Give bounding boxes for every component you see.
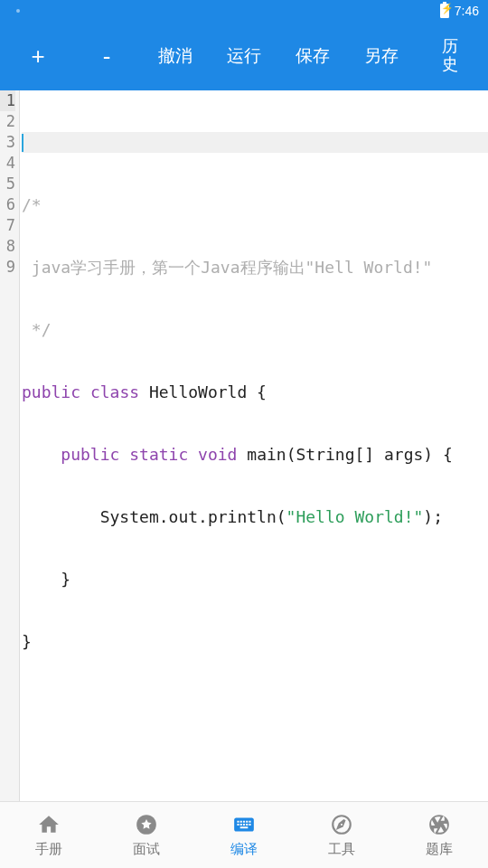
history-button[interactable]: 历 史 (416, 29, 484, 83)
code-line: System.out.println("Hello World!"); (22, 506, 488, 527)
line-number: 8 (0, 236, 15, 257)
code-line: public static void main(String[] args) { (22, 444, 488, 465)
line-number: 4 (0, 153, 15, 174)
line-number: 1 (0, 90, 15, 111)
line-gutter: 1 2 3 4 5 6 7 8 9 (0, 90, 20, 801)
line-number: 6 (0, 194, 15, 215)
nav-label: 工具 (328, 841, 355, 858)
status-bar: 7:46 (0, 0, 488, 22)
status-dot (16, 9, 20, 13)
nav-tools[interactable]: 工具 (293, 802, 390, 868)
toolbar: + - 撤消 运行 保存 另存 历 史 (0, 22, 488, 90)
line-number: 3 (0, 132, 15, 153)
nav-manual[interactable]: 手册 (0, 802, 98, 868)
status-time: 7:46 (455, 4, 479, 18)
nav-label: 题库 (426, 841, 453, 858)
font-decrease-button[interactable]: - (72, 33, 141, 80)
nav-interview[interactable]: 面试 (98, 802, 195, 868)
font-increase-button[interactable]: + (4, 33, 72, 80)
home-icon (36, 812, 61, 837)
bottom-nav: 手册 面试 编译 工具 题库 (0, 801, 488, 868)
nav-compile[interactable]: 编译 (195, 802, 293, 868)
compass-icon (329, 812, 354, 837)
line-number: 7 (0, 215, 15, 236)
code-line: java学习手册，第一个Java程序输出"Hell World!" (22, 257, 488, 278)
code-line: } (22, 569, 488, 590)
code-line: public class HelloWorld { (22, 382, 488, 402)
line-number: 5 (0, 174, 15, 194)
nav-questions[interactable]: 题库 (390, 802, 488, 868)
run-button[interactable]: 运行 (210, 35, 278, 77)
code-line: /* (22, 194, 488, 215)
line-number: 9 (0, 257, 15, 278)
save-button[interactable]: 保存 (278, 35, 347, 77)
code-content[interactable]: /* java学习手册，第一个Java程序输出"Hell World!" */ … (20, 90, 488, 801)
keyboard-icon (231, 812, 257, 837)
nav-label: 面试 (133, 841, 160, 858)
nav-label: 手册 (35, 841, 62, 858)
aperture-icon (427, 812, 452, 837)
line-number: 2 (0, 111, 15, 132)
star-icon (134, 812, 159, 837)
battery-charging-icon (440, 4, 449, 18)
code-line: */ (22, 319, 488, 340)
text-cursor (22, 134, 23, 152)
code-line (22, 132, 488, 153)
code-line: } (22, 631, 488, 652)
save-as-button[interactable]: 另存 (347, 35, 416, 77)
undo-button[interactable]: 撤消 (141, 35, 210, 77)
nav-label: 编译 (230, 841, 258, 858)
code-editor[interactable]: 1 2 3 4 5 6 7 8 9 /* java学习手册，第一个Java程序输… (0, 90, 488, 801)
